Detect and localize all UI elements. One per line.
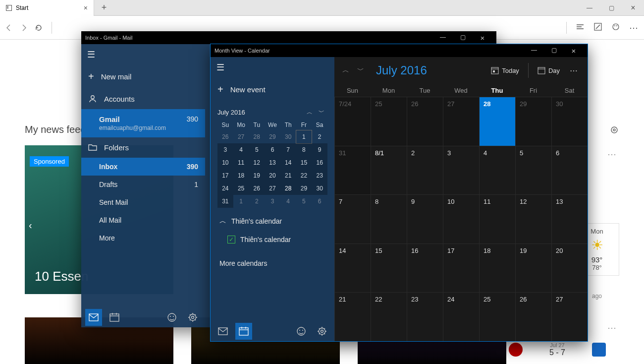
mini-day[interactable]: 5: [296, 195, 312, 208]
feedback-icon[interactable]: [293, 323, 310, 340]
mini-prev-icon[interactable]: ︿: [304, 108, 316, 117]
month-prev-icon[interactable]: ︿: [340, 66, 351, 75]
browser-close-button[interactable]: ×: [622, 0, 644, 16]
more-button[interactable]: ⋯: [629, 22, 639, 33]
day-cell[interactable]: 7: [334, 194, 371, 243]
calendar-group-header[interactable]: ︿ Thiên's calendar: [211, 212, 334, 231]
mini-day[interactable]: 20: [265, 169, 280, 182]
mini-day[interactable]: 27: [265, 182, 280, 195]
day-cell[interactable]: 22: [371, 292, 407, 341]
day-cell[interactable]: 23: [407, 292, 443, 341]
mail-close-button[interactable]: ×: [473, 34, 492, 42]
mail-minimize-button[interactable]: —: [433, 34, 453, 42]
day-cell[interactable]: 19: [515, 243, 551, 293]
mail-maximize-button[interactable]: ▢: [453, 34, 473, 42]
day-cell[interactable]: 8/1: [371, 146, 407, 195]
mini-day[interactable]: 26: [249, 182, 265, 195]
mini-day[interactable]: 9: [312, 143, 327, 156]
calendar-checkbox-row[interactable]: ✓ Thiên's calendar: [211, 231, 334, 248]
account-item[interactable]: Gmail emailcuaphu@gmail.com 390: [81, 109, 205, 137]
new-tab-button[interactable]: +: [94, 2, 114, 13]
day-cell[interactable]: 24: [443, 292, 479, 341]
day-cell[interactable]: 18: [479, 243, 515, 293]
hamburger-icon[interactable]: ☰: [211, 57, 334, 78]
day-cell[interactable]: 8: [371, 194, 407, 243]
webnote-button[interactable]: [593, 22, 602, 33]
mini-day[interactable]: 24: [217, 182, 233, 195]
calendar-switch-icon[interactable]: [106, 309, 123, 326]
mini-day[interactable]: 4: [233, 143, 249, 156]
day-cell[interactable]: 26: [407, 97, 443, 146]
calendar-close-button[interactable]: ×: [564, 47, 584, 55]
day-cell[interactable]: 16: [407, 243, 443, 293]
mini-day[interactable]: 1: [296, 130, 312, 143]
day-cell[interactable]: 13: [551, 194, 588, 243]
mini-day[interactable]: 13: [265, 156, 280, 169]
mini-day[interactable]: 26: [217, 130, 233, 143]
mini-day[interactable]: 23: [312, 169, 327, 182]
mini-day[interactable]: 22: [296, 169, 312, 182]
mail-titlebar[interactable]: Inbox - Gmail - Mail — ▢ ×: [81, 31, 496, 44]
mini-day[interactable]: 1: [233, 195, 249, 208]
day-cell[interactable]: 20: [551, 243, 588, 293]
mini-day[interactable]: 12: [249, 156, 265, 169]
mini-day[interactable]: 8: [296, 143, 312, 156]
folder-item-inbox[interactable]: Inbox390: [81, 158, 205, 176]
mini-day[interactable]: 29: [265, 130, 280, 143]
day-cell[interactable]: 15: [371, 243, 407, 293]
day-cell[interactable]: 26: [515, 292, 551, 341]
day-cell[interactable]: 2: [407, 146, 443, 195]
mail-switch-icon[interactable]: [215, 323, 231, 340]
day-cell[interactable]: 5: [515, 146, 551, 195]
hub-button[interactable]: [576, 22, 585, 33]
settings-icon[interactable]: [314, 323, 330, 340]
news-settings-icon[interactable]: [609, 125, 619, 135]
calendar-switch-icon[interactable]: [235, 323, 252, 340]
mini-day[interactable]: 14: [280, 156, 296, 169]
refresh-button[interactable]: [35, 24, 43, 32]
mini-day[interactable]: 11: [233, 156, 249, 169]
browser-tab[interactable]: Start ×: [0, 0, 94, 16]
month-grid[interactable]: 7/24252627282930318/12345678910111213141…: [334, 97, 588, 341]
feedback-icon[interactable]: [163, 309, 180, 326]
share-button[interactable]: [611, 22, 620, 33]
mini-day[interactable]: 30: [312, 182, 327, 195]
mini-day[interactable]: 31: [217, 195, 233, 208]
day-cell[interactable]: 10: [443, 194, 479, 243]
hamburger-icon[interactable]: ☰: [81, 44, 205, 65]
day-cell[interactable]: 3: [443, 146, 479, 195]
mini-day[interactable]: 7: [280, 143, 296, 156]
mini-day[interactable]: 27: [233, 130, 249, 143]
mail-switch-icon[interactable]: [85, 309, 102, 326]
forward-button[interactable]: [20, 24, 28, 32]
calendar-minimize-button[interactable]: —: [524, 47, 544, 55]
new-event-button[interactable]: + New event: [211, 78, 334, 101]
month-next-icon[interactable]: ﹀: [355, 66, 366, 75]
mini-day[interactable]: 18: [233, 169, 249, 182]
mini-day[interactable]: 25: [233, 182, 249, 195]
day-cell[interactable]: 6: [551, 146, 588, 195]
day-cell[interactable]: 4: [479, 146, 515, 195]
mini-day[interactable]: 2: [312, 130, 327, 143]
day-cell[interactable]: 7/24: [334, 97, 371, 146]
mini-day[interactable]: 16: [312, 156, 327, 169]
day-cell[interactable]: 31: [334, 146, 371, 195]
checkbox-checked-icon[interactable]: ✓: [227, 236, 235, 243]
day-cell[interactable]: 25: [479, 292, 515, 341]
carousel-prev-icon[interactable]: ‹: [29, 220, 32, 231]
mini-next-icon[interactable]: ﹀: [316, 108, 327, 117]
mini-day[interactable]: 10: [217, 156, 233, 169]
mini-day[interactable]: 5: [249, 143, 265, 156]
back-button[interactable]: [5, 24, 13, 32]
mini-day[interactable]: 3: [217, 143, 233, 156]
mini-day[interactable]: 28: [249, 130, 265, 143]
folder-item-drafts[interactable]: Drafts1: [81, 176, 205, 193]
mini-day[interactable]: 19: [249, 169, 265, 182]
accounts-header[interactable]: Accounts: [81, 88, 205, 109]
day-view-button[interactable]: Day: [535, 64, 563, 76]
calendar-titlebar[interactable]: Month View - Calendar — ▢ ×: [211, 44, 588, 57]
mini-day[interactable]: 2: [249, 195, 265, 208]
folders-header[interactable]: Folders: [81, 137, 205, 158]
mini-day[interactable]: 21: [280, 169, 296, 182]
folder-item-more[interactable]: More: [81, 229, 205, 247]
